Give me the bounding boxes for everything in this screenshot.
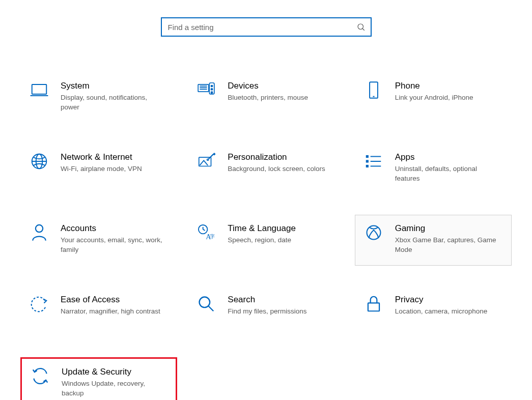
tile-update-security[interactable]: Update & Security Windows Update, recove… [20, 357, 177, 400]
tile-desc: Bluetooth, printers, mouse [228, 93, 329, 102]
tile-apps[interactable]: Apps Uninstall, defaults, optional featu… [355, 144, 512, 194]
tile-title: Personalization [228, 152, 335, 162]
svg-rect-34 [368, 303, 379, 311]
person-icon [29, 222, 49, 243]
tile-desc: Link your Android, iPhone [395, 93, 497, 102]
svg-point-0 [358, 24, 363, 30]
tile-desc: Uninstall, defaults, optional features [395, 164, 497, 183]
svg-point-9 [211, 85, 213, 87]
tile-phone[interactable]: Phone Link your Android, iPhone [355, 72, 512, 123]
tile-title: Phone [395, 81, 503, 91]
tile-time-language[interactable]: A 字 Time & Language Speech, region, date [187, 215, 344, 266]
system-icon [29, 80, 49, 100]
settings-grid: System Display, sound, notifications, po… [0, 37, 532, 400]
tile-system[interactable]: System Display, sound, notifications, po… [20, 72, 177, 123]
tile-desc: Speech, region, date [228, 236, 329, 245]
tile-title: Network & Internet [61, 152, 169, 162]
tile-search[interactable]: Search Find my files, permissions [187, 286, 344, 337]
tile-network[interactable]: Network & Internet Wi-Fi, airplane mode,… [20, 144, 177, 194]
tile-desc: Windows Update, recovery, backup [62, 379, 163, 397]
tile-title: Update & Security [62, 367, 167, 377]
svg-point-18 [207, 159, 209, 160]
svg-rect-12 [370, 82, 378, 98]
personalization-icon [196, 151, 216, 172]
tile-title: System [61, 81, 169, 91]
phone-icon [363, 80, 384, 100]
xbox-icon [363, 222, 384, 243]
tile-title: Devices [228, 81, 335, 91]
svg-point-32 [200, 297, 210, 308]
tile-title: Privacy [395, 295, 503, 305]
tile-desc: Location, camera, microphone [395, 307, 497, 316]
tile-ease-of-access[interactable]: Ease of Access Narrator, magnifier, high… [20, 286, 177, 337]
svg-line-1 [362, 28, 365, 31]
tile-title: Ease of Access [61, 295, 169, 305]
tile-title: Search [228, 295, 335, 305]
ease-of-access-icon [29, 294, 49, 314]
lock-icon [363, 294, 384, 314]
magnifier-icon [196, 294, 216, 314]
tile-title: Time & Language [228, 223, 335, 234]
tile-desc: Xbox Game Bar, captures, Game Mode [395, 236, 497, 254]
apps-icon [363, 151, 384, 172]
devices-icon [196, 80, 216, 100]
tile-desc: Narrator, magnifier, high contrast [61, 307, 162, 316]
tile-desc: Wi-Fi, airplane mode, VPN [61, 164, 162, 174]
svg-line-33 [209, 306, 214, 311]
search-icon [356, 22, 366, 32]
tile-personalization[interactable]: Personalization Background, lock screen,… [187, 144, 344, 194]
search-box[interactable] [161, 17, 372, 37]
tile-desc: Find my files, permissions [228, 307, 329, 316]
svg-rect-2 [32, 84, 47, 94]
tile-title: Gaming [395, 223, 503, 234]
tile-desc: Display, sound, notifications, power [61, 93, 162, 111]
svg-point-10 [211, 89, 213, 90]
svg-point-25 [36, 225, 43, 232]
tile-devices[interactable]: Devices Bluetooth, printers, mouse [187, 72, 344, 123]
tile-desc: Your accounts, email, sync, work, family [61, 236, 162, 254]
tile-accounts[interactable]: Accounts Your accounts, email, sync, wor… [20, 215, 177, 266]
search-input[interactable] [167, 22, 356, 32]
update-icon [30, 366, 50, 386]
tile-privacy[interactable]: Privacy Location, camera, microphone [355, 286, 512, 337]
svg-line-28 [203, 230, 205, 231]
svg-rect-23 [366, 165, 368, 167]
tile-title: Apps [395, 152, 503, 162]
globe-icon [29, 151, 49, 172]
time-language-icon: A 字 [196, 222, 216, 243]
svg-text:字: 字 [210, 234, 215, 239]
tile-title: Accounts [61, 223, 169, 234]
tile-gaming[interactable]: Gaming Xbox Game Bar, captures, Game Mod… [355, 215, 512, 266]
tile-desc: Background, lock screen, colors [228, 164, 329, 174]
svg-rect-21 [366, 160, 368, 162]
svg-rect-19 [366, 156, 368, 157]
svg-point-11 [211, 92, 213, 93]
